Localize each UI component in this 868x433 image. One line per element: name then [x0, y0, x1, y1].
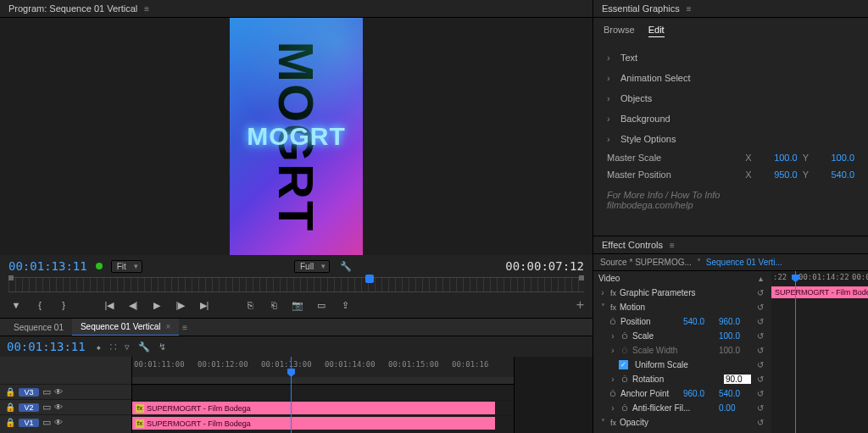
- marker-icon[interactable]: ▿: [125, 341, 130, 353]
- toggle-output-icon[interactable]: ▭: [42, 402, 51, 413]
- prop-motion[interactable]: ˅fxMotion↺: [593, 300, 771, 314]
- master-position-x[interactable]: 950.0: [754, 169, 798, 180]
- tab-sequence-01-vertical[interactable]: Sequence 01 Vertical×: [72, 319, 179, 336]
- master-scale-x[interactable]: 100.0: [754, 153, 798, 163]
- lock-icon[interactable]: 🔒: [5, 418, 15, 427]
- lock-icon[interactable]: 🔒: [5, 387, 15, 397]
- position-x[interactable]: 540.0: [683, 317, 715, 326]
- zoom-dropdown[interactable]: Fit: [111, 260, 142, 273]
- prop-video[interactable]: Video▴: [593, 271, 771, 286]
- prop-scale[interactable]: ›ŎScale100.0↺: [593, 329, 771, 343]
- keyframe-nav-icon[interactable]: ▴: [754, 274, 766, 283]
- panel-menu-icon[interactable]: ≡: [670, 241, 674, 250]
- reset-icon[interactable]: ↺: [754, 418, 766, 427]
- step-forward-icon[interactable]: |▶: [173, 297, 188, 313]
- stopwatch-icon[interactable]: Ŏ: [609, 318, 617, 326]
- reset-icon[interactable]: ↺: [754, 288, 766, 297]
- prop-anchor[interactable]: ŎAnchor Point960.0540.0↺: [593, 386, 771, 401]
- track-header-v3[interactable]: 🔒 V3 ▭ 👁: [0, 384, 131, 399]
- reset-icon[interactable]: ↺: [754, 389, 766, 398]
- prop-opacity[interactable]: ˅fxOpacity↺: [593, 415, 771, 430]
- step-back-icon[interactable]: ◀|: [125, 297, 141, 313]
- prop-antiflicker[interactable]: ›ŎAnti-flicker Fil...0.00↺: [593, 401, 771, 415]
- prop-position[interactable]: ŎPosition540.0960.0↺: [593, 314, 771, 329]
- ec-ruler[interactable]: :22 00:01:14:22 00:01: [771, 271, 868, 287]
- extract-icon[interactable]: ⎗: [266, 297, 281, 313]
- stopwatch-icon[interactable]: Ŏ: [609, 390, 617, 398]
- track-v2[interactable]: fxSUPERMOGRT - Film Bodega: [132, 400, 514, 415]
- reset-icon[interactable]: ↺: [754, 303, 766, 312]
- prop-graphic-params[interactable]: ›fxGraphic Parameters↺: [593, 286, 771, 300]
- go-to-out-icon[interactable]: ▶|: [197, 297, 212, 313]
- share-icon[interactable]: ⇪: [337, 297, 353, 313]
- ec-playhead[interactable]: [795, 271, 796, 433]
- track-label[interactable]: V1: [19, 419, 39, 427]
- panel-menu-icon[interactable]: ≡: [687, 4, 691, 14]
- track-label[interactable]: V3: [19, 388, 39, 397]
- toggle-output-icon[interactable]: ▭: [42, 386, 51, 397]
- lift-icon[interactable]: ⎘: [242, 297, 258, 313]
- program-timecode-right[interactable]: 00:00:07:12: [505, 259, 584, 273]
- stopwatch-icon[interactable]: Ŏ: [620, 375, 629, 384]
- program-scrub-bar[interactable]: [8, 277, 584, 292]
- eg-tab-edit[interactable]: Edit: [648, 23, 665, 37]
- snap-icon[interactable]: ⬥: [96, 341, 102, 353]
- mark-in-icon[interactable]: {: [32, 297, 47, 313]
- eg-section-text[interactable]: Text: [595, 47, 866, 68]
- ec-timeline[interactable]: :22 00:01:14:22 00:01 SUPERMOGRT - Film …: [771, 271, 868, 433]
- eg-section-objects[interactable]: Objects: [595, 88, 866, 108]
- track-label[interactable]: V2: [19, 403, 39, 412]
- rotation-input[interactable]: 90.0: [724, 375, 751, 384]
- track-header-v1[interactable]: 🔒 V1 ▭ 👁: [0, 414, 131, 430]
- play-icon[interactable]: ▶: [149, 297, 164, 313]
- track-v3[interactable]: [132, 385, 514, 400]
- anchor-y[interactable]: 540.0: [719, 389, 751, 398]
- mark-out-icon[interactable]: }: [56, 297, 71, 313]
- program-timecode-left[interactable]: 00:01:13:11: [8, 259, 87, 273]
- eg-section-style[interactable]: Style Options: [595, 129, 866, 149]
- master-position-y[interactable]: 540.0: [810, 169, 854, 180]
- reset-icon[interactable]: ↺: [754, 331, 766, 341]
- reset-icon[interactable]: ↺: [754, 375, 766, 384]
- clip-v2[interactable]: fxSUPERMOGRT - Film Bodega: [132, 402, 495, 414]
- reset-icon[interactable]: ↺: [754, 317, 766, 326]
- settings-icon[interactable]: 🔧: [138, 341, 150, 353]
- timeline-timecode[interactable]: 00:01:13:11: [7, 340, 86, 353]
- ec-clip[interactable]: SUPERMOGRT - Film Bodega: [771, 286, 868, 298]
- linked-selection-icon[interactable]: ⸬: [110, 341, 116, 353]
- quality-dropdown[interactable]: Full: [294, 260, 330, 273]
- eye-icon[interactable]: 👁: [54, 418, 63, 427]
- eg-info-link[interactable]: filmbodega.com/help: [607, 200, 854, 210]
- ec-sequence[interactable]: Sequence 01 Verti...: [706, 258, 782, 267]
- audio-meter[interactable]: [514, 357, 593, 433]
- prop-rotation[interactable]: ›ŎRotation90.0↺: [593, 372, 771, 386]
- track-v1[interactable]: fxSUPERMOGRT - Film Bodega: [132, 415, 514, 430]
- program-playhead[interactable]: [365, 275, 374, 283]
- timeline-tracks[interactable]: 00:01:11:00 00:01:12:00 00:01:13:00 00:0…: [132, 357, 514, 433]
- track-header-v2[interactable]: 🔒 V2 ▭ 👁: [0, 399, 131, 414]
- button-editor-icon[interactable]: +: [576, 297, 584, 313]
- stopwatch-icon[interactable]: Ŏ: [620, 332, 629, 341]
- clip-v1[interactable]: fxSUPERMOGRT - Film Bodega: [132, 417, 495, 430]
- position-y[interactable]: 960.0: [719, 317, 751, 326]
- anchor-x[interactable]: 960.0: [683, 389, 715, 398]
- timeline-playhead[interactable]: [291, 357, 292, 433]
- reset-icon[interactable]: ↺: [754, 346, 766, 355]
- checkbox-icon[interactable]: ✓: [619, 360, 628, 369]
- panel-menu-icon[interactable]: ≡: [182, 323, 186, 332]
- master-scale-y[interactable]: 100.0: [810, 153, 854, 163]
- time-ruler[interactable]: 00:01:11:00 00:01:12:00 00:01:13:00 00:0…: [132, 357, 514, 385]
- reset-icon[interactable]: ↺: [754, 360, 766, 369]
- tab-sequence-01[interactable]: Sequence 01: [5, 319, 72, 336]
- eg-tab-browse[interactable]: Browse: [604, 23, 635, 37]
- eye-icon[interactable]: 👁: [54, 402, 63, 412]
- dropped-frame-indicator[interactable]: [96, 263, 103, 269]
- program-canvas[interactable]: MOGRT MOGRT: [0, 18, 593, 255]
- comparison-view-icon[interactable]: ▭: [314, 297, 329, 313]
- toggle-output-icon[interactable]: ▭: [42, 417, 51, 428]
- wrench-icon[interactable]: 🔧: [338, 258, 353, 274]
- ec-source[interactable]: Source * SUPERMOG...: [600, 258, 692, 267]
- prop-uniform-scale[interactable]: ✓Uniform Scale↺: [593, 358, 771, 372]
- export-frame-icon[interactable]: 📷: [290, 297, 305, 313]
- fx-icon[interactable]: ↯: [159, 341, 166, 353]
